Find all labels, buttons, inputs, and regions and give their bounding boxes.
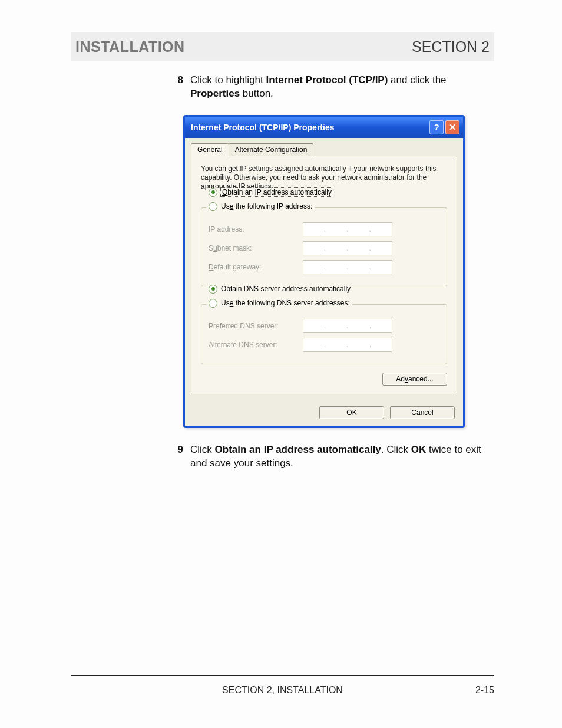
step-text: Click to highlight Internet Protocol (TC… (190, 74, 490, 101)
dialog-titlebar[interactable]: Internet Protocol (TCP/IP) Properties ? … (185, 117, 463, 138)
tab-strip: General Alternate Configuration (185, 138, 463, 156)
page-footer: SECTION 2, INSTALLATION 2-15 (71, 675, 494, 696)
tab-general[interactable]: General (191, 143, 229, 156)
default-gateway-label: Default gateway: (209, 263, 303, 271)
dialog-footer-buttons: OK Cancel (185, 400, 463, 426)
dialog-title: Internet Protocol (TCP/IP) Properties (191, 123, 334, 132)
radio-obtain-dns-auto[interactable]: Obtain DNS server address automatically (206, 285, 353, 294)
radio-use-following-dns[interactable]: Use the following DNS server addresses: (206, 299, 352, 308)
preferred-dns-label: Preferred DNS server: (209, 322, 303, 330)
help-icon[interactable]: ? (429, 120, 444, 134)
subnet-mask-label: Subnet mask: (209, 244, 303, 252)
radio-icon (209, 285, 217, 294)
radio-icon (209, 188, 217, 197)
step-number: 8 (168, 74, 183, 101)
radio-label: Use the following IP address: (221, 202, 312, 210)
ip-address-group: Obtain an IP address automatically Use t… (201, 207, 447, 286)
header-title-right: SECTION 2 (412, 38, 490, 55)
tcpip-properties-dialog: Internet Protocol (TCP/IP) Properties ? … (183, 115, 465, 428)
default-gateway-input[interactable]: ... (303, 260, 392, 274)
radio-label: Use the following DNS server addresses: (221, 299, 350, 307)
step-number: 9 (168, 443, 183, 470)
dialog-description: You can get IP settings assigned automat… (201, 164, 447, 191)
dns-group: Obtain DNS server address automatically … (201, 304, 447, 364)
subnet-mask-input[interactable]: ... (303, 241, 392, 255)
header-title-left: INSTALLATION (75, 38, 185, 55)
radio-label: Obtain DNS server address automatically (221, 285, 351, 293)
tab-body: You can get IP settings assigned automat… (191, 156, 457, 394)
page-header: INSTALLATION SECTION 2 (71, 32, 494, 61)
footer-page-number: 2-15 (441, 685, 494, 696)
alternate-dns-input[interactable]: ... (303, 338, 392, 352)
ip-address-input[interactable]: ... (303, 222, 392, 236)
step-8: 8 Click to highlight Internet Protocol (… (168, 74, 490, 101)
cancel-button[interactable]: Cancel (390, 406, 455, 419)
advanced-button[interactable]: Advanced... (382, 373, 447, 386)
ok-button[interactable]: OK (319, 406, 384, 419)
radio-obtain-ip-auto[interactable]: Obtain an IP address automatically (206, 188, 335, 197)
close-icon[interactable]: ✕ (445, 120, 459, 134)
alternate-dns-label: Alternate DNS server: (209, 341, 303, 349)
radio-icon (209, 202, 217, 211)
preferred-dns-input[interactable]: ... (303, 319, 392, 333)
ip-address-label: IP address: (209, 225, 303, 233)
step-9: 9 Click Obtain an IP address automatical… (168, 443, 490, 470)
tab-alternate-configuration[interactable]: Alternate Configuration (229, 143, 314, 156)
radio-use-following-ip[interactable]: Use the following IP address: (206, 202, 315, 211)
radio-label: Obtain an IP address automatically (221, 188, 333, 196)
footer-center-text: SECTION 2, INSTALLATION (124, 685, 441, 696)
radio-icon (209, 299, 217, 308)
step-text: Click Obtain an IP address automatically… (190, 443, 490, 470)
